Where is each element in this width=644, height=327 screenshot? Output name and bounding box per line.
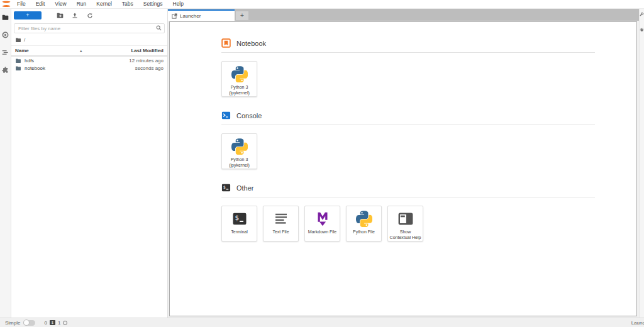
jupyter-logo-icon xyxy=(1,1,12,8)
search-icon xyxy=(156,25,162,31)
terminal-status-icon: $ xyxy=(50,320,55,325)
kernel-status-icon xyxy=(63,321,67,325)
home-folder-icon[interactable] xyxy=(15,37,21,43)
section-other-title: Other xyxy=(236,184,254,192)
launcher-card-text-file[interactable]: Text File xyxy=(263,206,299,241)
right-activity-bar xyxy=(639,9,644,318)
left-activity-bar xyxy=(0,9,11,318)
notebook-icon xyxy=(221,38,231,48)
python-logo-icon xyxy=(356,211,372,227)
launcher-card-contextual-help[interactable]: Show Contextual Help xyxy=(387,206,423,241)
section-other: $ Other $ Terminal xyxy=(221,183,595,241)
contextual-help-icon xyxy=(397,211,414,227)
section-console: Console Python 3 (ipykernel) xyxy=(221,111,595,169)
column-modified-header[interactable]: Last Modified xyxy=(131,48,164,53)
markdown-icon xyxy=(314,211,331,227)
launcher-card-markdown-file[interactable]: Markdown File xyxy=(304,206,340,241)
menu-edit[interactable]: Edit xyxy=(31,0,50,8)
tab-bar: Launcher + xyxy=(168,9,639,21)
svg-text:$: $ xyxy=(223,185,226,190)
status-right-text: Launcher xyxy=(631,320,644,326)
console-icon xyxy=(221,111,231,120)
new-tab-button[interactable]: + xyxy=(235,11,249,21)
file-browser-toolbar: + xyxy=(11,9,167,22)
extension-manager-tab-icon[interactable] xyxy=(2,67,9,74)
filter-files-input[interactable] xyxy=(14,23,165,33)
upload-icon[interactable] xyxy=(68,11,82,20)
simple-mode-toggle[interactable] xyxy=(23,320,35,326)
folder-icon xyxy=(15,65,21,71)
debugger-tab-icon[interactable] xyxy=(640,28,644,32)
status-bar: Simple 0 $ 1 Launcher xyxy=(0,318,644,327)
terminal-icon: $ xyxy=(221,183,231,192)
running-sessions-tab-icon[interactable] xyxy=(2,31,9,38)
menu-view[interactable]: View xyxy=(50,0,71,8)
folder-icon xyxy=(15,58,21,64)
file-browser-panel: + / xyxy=(11,9,168,318)
launcher-tab-icon xyxy=(172,13,177,19)
file-list-header: Name ▲ Last Modified xyxy=(11,45,167,57)
menu-bar: File Edit View Run Kernel Tabs Settings … xyxy=(0,0,644,9)
tab-launcher-label: Launcher xyxy=(180,13,201,19)
breadcrumb[interactable]: / xyxy=(11,35,167,45)
launcher-card-notebook-python3[interactable]: Python 3 (ipykernel) xyxy=(221,61,257,97)
file-row-notebook[interactable]: notebook seconds ago xyxy=(11,64,167,72)
text-file-icon xyxy=(273,211,289,227)
jupyterlab-app: File Edit View Run Kernel Tabs Settings … xyxy=(0,0,644,327)
section-notebook: Notebook Python 3 (ipykernel) xyxy=(221,38,595,97)
terminal-icon: $ xyxy=(231,211,248,227)
launcher-card-console-python3[interactable]: Python 3 (ipykernel) xyxy=(221,133,257,169)
breadcrumb-root[interactable]: / xyxy=(24,37,25,43)
running-sessions-status[interactable]: 0 $ 1 xyxy=(44,320,67,326)
sort-ascending-icon: ▲ xyxy=(79,49,83,53)
file-row-hdfs[interactable]: hdfs 12 minutes ago xyxy=(11,57,167,64)
section-console-title: Console xyxy=(236,112,262,119)
python-logo-icon xyxy=(231,138,248,155)
column-name-header[interactable]: Name ▲ xyxy=(15,48,131,53)
toggle-knob xyxy=(23,319,30,326)
menu-file[interactable]: File xyxy=(12,0,31,8)
python-logo-icon xyxy=(231,66,248,82)
simple-mode-label: Simple xyxy=(5,320,20,326)
launcher-card-terminal[interactable]: $ Terminal xyxy=(221,206,257,241)
menu-settings[interactable]: Settings xyxy=(138,0,168,8)
file-browser-tab-icon[interactable] xyxy=(2,14,9,21)
menu-help[interactable]: Help xyxy=(168,0,189,8)
launcher-card-python-file[interactable]: Python File xyxy=(346,206,382,241)
menu-kernel[interactable]: Kernel xyxy=(91,0,117,8)
main-dock: Launcher + Notebook xyxy=(168,9,639,318)
filter-files-field xyxy=(14,23,165,33)
svg-text:$: $ xyxy=(235,214,238,221)
kernels-count: 1 xyxy=(58,320,60,326)
table-of-contents-tab-icon[interactable] xyxy=(2,49,9,56)
section-notebook-title: Notebook xyxy=(236,40,266,47)
menu-tabs[interactable]: Tabs xyxy=(117,0,138,8)
refresh-icon[interactable] xyxy=(83,11,97,20)
new-launcher-button[interactable]: + xyxy=(14,11,42,19)
menu-run[interactable]: Run xyxy=(72,0,92,8)
launcher-panel: Notebook Python 3 (ipykernel) xyxy=(169,21,637,316)
new-folder-icon[interactable] xyxy=(53,11,67,20)
terminals-count: 0 xyxy=(44,320,47,326)
tab-launcher[interactable]: Launcher xyxy=(168,9,235,21)
property-inspector-tab-icon[interactable] xyxy=(640,12,644,16)
